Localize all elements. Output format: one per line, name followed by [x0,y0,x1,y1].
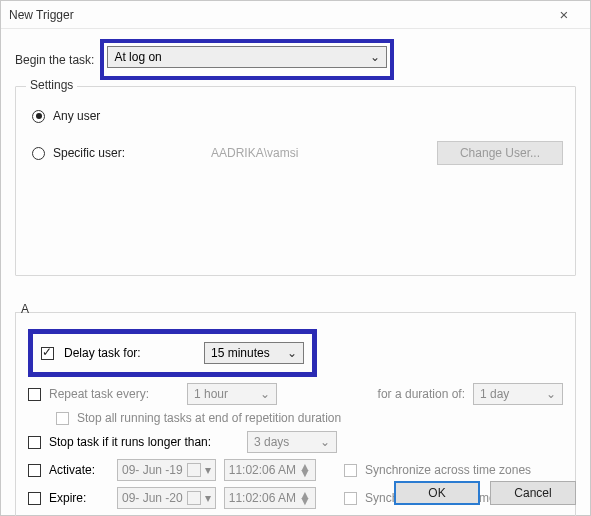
stop-if-longer-select[interactable]: 3 days ⌄ [247,431,337,453]
checkbox-expire-sync [344,492,357,505]
calendar-icon [187,463,201,477]
radio-specific-user[interactable] [32,147,45,160]
stop-if-longer-value: 3 days [254,435,289,449]
chevron-down-icon: ▾ [205,491,211,505]
change-user-button[interactable]: Change User... [437,141,563,165]
checkbox-stop-if-longer[interactable] [28,436,41,449]
delay-task-label: Delay task for: [64,346,194,360]
cancel-button[interactable]: Cancel [490,481,576,505]
activate-time-input[interactable]: 11:02:06 AM ▲▼ [224,459,316,481]
expire-date-input[interactable]: 09- Jun -20 ▾ [117,487,216,509]
checkbox-activate[interactable] [28,464,41,477]
settings-group: Settings Any user Specific user: AADRIKA… [15,86,576,276]
any-user-label: Any user [53,109,100,123]
calendar-icon [187,491,201,505]
checkbox-stop-at-end [56,412,69,425]
stop-at-end-label: Stop all running tasks at end of repetit… [77,411,341,425]
expire-time-value: 11:02:06 AM [229,491,296,505]
activate-date-value: 09- Jun -19 [122,463,183,477]
ok-button[interactable]: OK [394,481,480,505]
checkbox-repeat-task[interactable] [28,388,41,401]
stop-if-longer-label: Stop task if it runs longer than: [49,435,239,449]
checkbox-expire[interactable] [28,492,41,505]
radio-any-user[interactable] [32,110,45,123]
delay-task-select[interactable]: 15 minutes ⌄ [204,342,304,364]
specific-user-label: Specific user: [53,146,203,160]
chevron-down-icon: ⌄ [287,346,297,360]
begin-task-value: At log on [114,50,161,64]
highlight-begin: At log on ⌄ [100,39,394,80]
close-icon[interactable]: × [546,6,582,23]
activate-time-value: 11:02:06 AM [229,463,296,477]
chevron-down-icon: ▾ [205,463,211,477]
chevron-down-icon: ⌄ [546,387,556,401]
dialog-title: New Trigger [9,8,546,22]
checkbox-delay-task[interactable] [41,347,54,360]
repeat-interval-select[interactable]: 1 hour ⌄ [187,383,277,405]
spinner-icon: ▲▼ [299,492,311,504]
repeat-interval-value: 1 hour [194,387,228,401]
dialog-footer: OK Cancel [394,481,576,505]
chevron-down-icon: ⌄ [370,50,380,64]
dialog-new-trigger: New Trigger × Begin the task: At log on … [0,0,591,516]
delay-task-value: 15 minutes [211,346,270,360]
repeat-task-label: Repeat task every: [49,387,179,401]
settings-legend: Settings [26,78,77,92]
expire-date-value: 09- Jun -20 [122,491,183,505]
repeat-duration-value: 1 day [480,387,509,401]
checkbox-activate-sync [344,464,357,477]
activate-date-input[interactable]: 09- Jun -19 ▾ [117,459,216,481]
repeat-duration-select[interactable]: 1 day ⌄ [473,383,563,405]
spinner-icon: ▲▼ [299,464,311,476]
titlebar: New Trigger × [1,1,590,29]
chevron-down-icon: ⌄ [320,435,330,449]
expire-time-input[interactable]: 11:02:06 AM ▲▼ [224,487,316,509]
highlight-delay: Delay task for: 15 minutes ⌄ [28,329,317,377]
activate-sync-label: Synchronize across time zones [365,463,531,477]
begin-task-label: Begin the task: [15,53,94,67]
expire-label: Expire: [49,491,109,505]
begin-task-select[interactable]: At log on ⌄ [107,46,387,68]
specific-user-value: AADRIKA\vamsi [211,146,411,160]
repeat-duration-label: for a duration of: [378,387,465,401]
activate-label: Activate: [49,463,109,477]
chevron-down-icon: ⌄ [260,387,270,401]
